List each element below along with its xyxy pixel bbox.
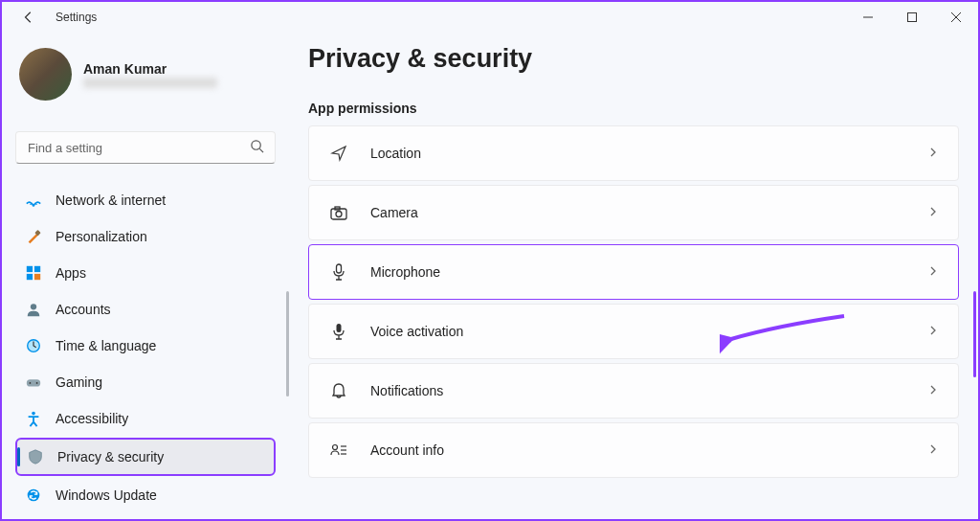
shield-icon: [27, 448, 44, 465]
sidebar-item-label: Gaming: [56, 374, 102, 390]
permission-location[interactable]: Location: [308, 125, 959, 181]
content: Privacy & security App permissions Locat…: [289, 33, 978, 519]
user-name: Aman Kumar: [83, 61, 217, 77]
chevron-right-icon: [927, 204, 939, 221]
bell-icon: [328, 380, 349, 401]
titlebar: Settings: [2, 2, 978, 33]
sidebar-item-privacy-security[interactable]: Privacy & security: [15, 438, 276, 476]
permission-label: Voice activation: [370, 324, 927, 339]
permission-account-info[interactable]: Account info: [308, 422, 959, 478]
sidebar-item-network-internet[interactable]: Network & internet: [15, 183, 276, 217]
svg-point-2: [252, 141, 260, 149]
svg-rect-12: [27, 379, 40, 386]
sidebar-item-windows-update[interactable]: Windows Update: [15, 478, 276, 512]
chevron-right-icon: [927, 263, 939, 281]
svg-point-13: [30, 382, 32, 384]
camera-icon: [328, 202, 349, 223]
minimize-button[interactable]: [846, 2, 890, 33]
wifi-icon: [25, 192, 42, 209]
search-input[interactable]: [15, 131, 276, 164]
sidebar-item-apps[interactable]: Apps: [15, 256, 276, 290]
user-email: [83, 78, 217, 88]
svg-rect-6: [27, 266, 33, 272]
microphone-icon: [328, 261, 349, 283]
voice-icon: [328, 321, 349, 342]
avatar: [19, 48, 72, 101]
maximize-button[interactable]: [890, 2, 934, 33]
back-button[interactable]: [19, 8, 38, 27]
sync-icon: [25, 487, 42, 504]
svg-point-22: [333, 445, 338, 450]
sidebar-item-label: Network & internet: [56, 193, 166, 208]
permission-label: Microphone: [370, 264, 927, 280]
sidebar-item-label: Accessibility: [56, 411, 128, 426]
search-box: [15, 131, 276, 164]
permission-microphone[interactable]: Microphone: [308, 244, 959, 300]
window-title: Settings: [56, 11, 97, 24]
permission-list: LocationCameraMicrophoneVoice activation…: [308, 125, 959, 478]
svg-point-10: [31, 304, 36, 309]
sidebar-item-accessibility[interactable]: Accessibility: [15, 401, 276, 436]
page-title: Privacy & security: [308, 44, 959, 74]
account-info-icon: [328, 440, 349, 461]
apps-icon: [25, 264, 42, 282]
content-scrollbar[interactable]: [973, 291, 976, 377]
sidebar-item-label: Accounts: [56, 302, 111, 317]
nav-list: Network & internetPersonalizationAppsAcc…: [15, 183, 276, 512]
clock-globe-icon: [25, 337, 42, 354]
sidebar-item-label: Windows Update: [56, 487, 157, 503]
sidebar: Aman Kumar Network & internetPersonaliza…: [2, 33, 289, 519]
sidebar-item-personalization[interactable]: Personalization: [15, 219, 276, 254]
chevron-right-icon: [927, 145, 939, 162]
location-icon: [328, 143, 349, 164]
sidebar-item-gaming[interactable]: Gaming: [15, 365, 276, 399]
svg-point-14: [36, 382, 38, 384]
sidebar-item-time-language[interactable]: Time & language: [15, 328, 276, 363]
accessibility-icon: [25, 410, 42, 427]
sidebar-item-label: Apps: [56, 265, 86, 281]
svg-rect-21: [337, 324, 342, 332]
svg-rect-1: [908, 13, 917, 22]
svg-line-3: [259, 148, 263, 152]
close-button[interactable]: [934, 2, 978, 33]
user-block[interactable]: Aman Kumar: [15, 42, 276, 112]
chevron-right-icon: [927, 323, 939, 340]
permission-label: Location: [370, 146, 927, 161]
chevron-right-icon: [927, 442, 939, 459]
svg-rect-7: [34, 266, 40, 272]
permission-label: Notifications: [370, 383, 927, 398]
sidebar-item-label: Privacy & security: [57, 449, 164, 464]
gamepad-icon: [25, 374, 42, 391]
permission-voice-activation[interactable]: Voice activation: [308, 304, 959, 359]
permission-label: Camera: [370, 205, 927, 220]
permission-notifications[interactable]: Notifications: [308, 363, 959, 419]
svg-point-15: [32, 412, 35, 416]
sidebar-item-accounts[interactable]: Accounts: [15, 292, 276, 327]
sidebar-item-label: Personalization: [56, 229, 147, 244]
permission-camera[interactable]: Camera: [308, 185, 959, 240]
person-icon: [25, 301, 42, 318]
sidebar-item-label: Time & language: [56, 338, 156, 353]
svg-point-4: [33, 204, 35, 207]
svg-rect-20: [337, 264, 342, 273]
svg-rect-9: [34, 274, 40, 280]
svg-point-18: [336, 212, 342, 217]
section-header: App permissions: [308, 101, 959, 116]
chevron-right-icon: [927, 382, 939, 399]
permission-label: Account info: [370, 442, 927, 458]
brush-icon: [25, 228, 42, 245]
search-icon: [250, 139, 264, 157]
svg-rect-8: [27, 274, 33, 280]
